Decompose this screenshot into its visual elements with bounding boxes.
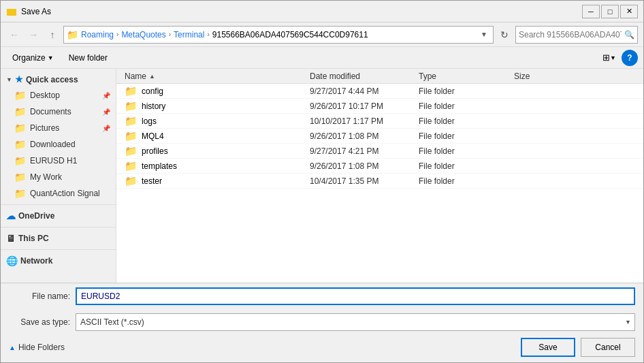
folder-icon: 📁 [14, 106, 26, 117]
search-box[interactable]: 🔍 [515, 26, 638, 44]
file-list: Name ▲ Date modified Type Size 📁 config [116, 69, 643, 283]
quick-access-label: Quick access [26, 75, 78, 84]
sidebar-item-label: Network [20, 256, 52, 266]
col-header-date[interactable]: Date modified [310, 72, 419, 81]
close-button[interactable]: ✕ [620, 5, 638, 18]
onedrive-icon: ☁ [6, 210, 16, 221]
savetype-select-wrapper: ASCII Text (*.csv) [76, 313, 635, 331]
sidebar-item-desktop[interactable]: 📁 Desktop 📌 [1, 87, 116, 104]
file-name-cell: 📁 MQL4 [119, 130, 310, 142]
file-name-cell: 📁 profiles [119, 145, 310, 157]
maximize-button[interactable]: □ [601, 5, 619, 18]
file-name-cell: 📁 history [119, 100, 310, 112]
folder-icon: 📁 [14, 90, 26, 101]
hide-folders-button[interactable]: ▲ Hide Folders [9, 343, 65, 352]
breadcrumb-terminal[interactable]: Terminal [174, 30, 204, 40]
quick-access-star-icon: ★ [15, 74, 23, 84]
col-header-name[interactable]: Name ▲ [119, 72, 310, 81]
folder-icon: 📁 [14, 123, 26, 133]
folder-icon: 📁 [125, 145, 138, 157]
breadcrumb-metaquotes[interactable]: MetaQuotes [121, 30, 165, 40]
sidebar-item-label: This PC [18, 234, 49, 243]
view-chevron-icon: ▼ [610, 54, 616, 61]
breadcrumb-sep-1: › [116, 31, 118, 38]
table-row[interactable]: 📁 MQL4 9/26/2017 1:08 PM File folder [116, 129, 643, 144]
breadcrumb-roaming[interactable]: Roaming [81, 30, 114, 40]
network-icon: 🌐 [6, 255, 18, 266]
file-name-cell: 📁 config [119, 85, 310, 97]
main-content: ▼ ★ Quick access 📁 Desktop 📌 📁 Documents… [1, 69, 643, 283]
file-list-header: Name ▲ Date modified Type Size [116, 69, 643, 84]
folder-icon: 📁 [125, 100, 138, 112]
savetype-label: Save as type: [9, 317, 70, 327]
up-button[interactable]: ↑ [44, 27, 61, 43]
back-button[interactable]: ← [6, 27, 22, 43]
table-row[interactable]: 📁 tester 10/4/2017 1:35 PM File folder [116, 174, 643, 189]
sidebar: ▼ ★ Quick access 📁 Desktop 📌 📁 Documents… [1, 69, 116, 283]
savetype-select[interactable]: ASCII Text (*.csv) [76, 313, 635, 331]
bottom-area: File name: Save as type: ASCII Text (*.c… [1, 283, 643, 362]
file-date-cell: 10/4/2017 1:35 PM [310, 176, 419, 186]
file-type-cell: File folder [419, 176, 514, 186]
chevron-down-icon: ▼ [6, 76, 12, 83]
file-type-cell: File folder [419, 101, 514, 111]
svg-rect-1 [7, 9, 10, 11]
thispc-item[interactable]: 🖥 This PC [1, 230, 116, 247]
sidebar-item-label: OneDrive [18, 211, 54, 221]
sidebar-item-label: Pictures [30, 123, 59, 133]
file-type-cell: File folder [419, 131, 514, 141]
address-dropdown-button[interactable]: ▼ [478, 27, 490, 43]
title-bar-controls: ─ □ ✕ [582, 5, 638, 18]
search-input[interactable] [519, 30, 622, 40]
file-date-cell: 9/27/2017 4:44 PM [310, 86, 419, 96]
table-row[interactable]: 📁 config 9/27/2017 4:44 PM File folder [116, 84, 643, 99]
breadcrumb-sep-3: › [207, 31, 209, 38]
table-row[interactable]: 📁 history 9/26/2017 10:17 PM File folder [116, 99, 643, 114]
file-date-cell: 9/27/2017 4:21 PM [310, 146, 419, 156]
folder-icon: 📁 [125, 115, 138, 127]
col-header-size[interactable]: Size [514, 72, 568, 81]
pin-icon: 📌 [102, 92, 110, 99]
save-button[interactable]: Save [521, 338, 575, 357]
minimize-button[interactable]: ─ [582, 5, 600, 18]
sidebar-item-mywork[interactable]: 📁 My Work [1, 169, 116, 185]
sidebar-item-label: My Work [30, 172, 62, 182]
sidebar-item-eurusd[interactable]: 📁 EURUSD H1 [1, 153, 116, 169]
file-name-cell: 📁 templates [119, 160, 310, 172]
file-date-cell: 9/26/2017 1:08 PM [310, 131, 419, 141]
toolbar2-right: ⊞ ▼ ? [600, 50, 638, 66]
sidebar-item-label: Desktop [30, 91, 60, 100]
quick-access-header[interactable]: ▼ ★ Quick access [1, 72, 116, 87]
cancel-button[interactable]: Cancel [581, 338, 635, 357]
title-bar: Save As ─ □ ✕ [1, 1, 643, 22]
organize-toolbar: Organize ▼ New folder ⊞ ▼ ? [1, 47, 643, 69]
help-button[interactable]: ? [622, 50, 638, 66]
view-button[interactable]: ⊞ ▼ [600, 50, 619, 66]
network-item[interactable]: 🌐 Network [1, 253, 116, 269]
table-row[interactable]: 📁 templates 9/26/2017 1:08 PM File folde… [116, 159, 643, 174]
table-row[interactable]: 📁 profiles 9/27/2017 4:21 PM File folder [116, 144, 643, 159]
file-type-cell: File folder [419, 146, 514, 156]
sidebar-item-documents[interactable]: 📁 Documents 📌 [1, 104, 116, 120]
new-folder-button[interactable]: New folder [63, 50, 114, 66]
filename-input[interactable] [76, 287, 635, 305]
organize-button[interactable]: Organize ▼ [6, 50, 60, 66]
view-icon: ⊞ [602, 52, 610, 63]
col-header-type[interactable]: Type [419, 72, 514, 81]
onedrive-item[interactable]: ☁ OneDrive [1, 208, 116, 224]
filename-label: File name: [9, 291, 70, 301]
search-icon: 🔍 [624, 30, 634, 40]
thispc-icon: 🖥 [6, 233, 16, 244]
file-type-cell: File folder [419, 116, 514, 126]
sidebar-item-downloaded[interactable]: 📁 Downloaded [1, 136, 116, 153]
forward-button[interactable]: → [25, 27, 42, 43]
sidebar-item-pictures[interactable]: 📁 Pictures 📌 [1, 120, 116, 136]
sidebar-item-quantaction[interactable]: 📁 QuantAction Signal [1, 185, 116, 202]
table-row[interactable]: 📁 logs 10/10/2017 1:17 PM File folder [116, 114, 643, 129]
sidebar-divider-3 [1, 249, 116, 250]
address-bar[interactable]: 📁 Roaming › MetaQuotes › Terminal › 9155… [63, 26, 494, 44]
sidebar-divider-1 [1, 204, 116, 205]
pin-icon: 📌 [102, 125, 110, 132]
savetype-row: Save as type: ASCII Text (*.csv) [1, 309, 643, 335]
refresh-button[interactable]: ↻ [496, 26, 513, 44]
